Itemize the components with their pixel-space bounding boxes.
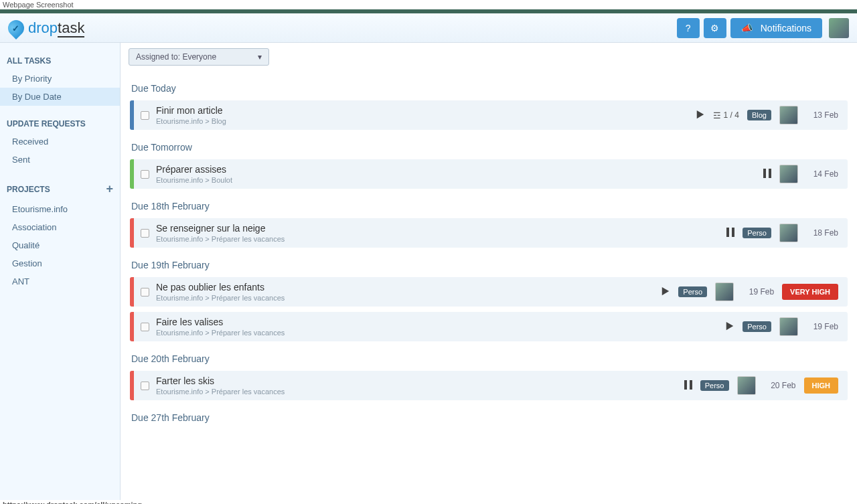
assignee-avatar[interactable] [779, 224, 798, 242]
sidebar-update-item-0[interactable]: Received [0, 133, 120, 151]
assignee-avatar[interactable] [779, 165, 798, 183]
assignee-avatar[interactable] [779, 317, 798, 336]
assignee-avatar[interactable] [737, 376, 756, 395]
svg-rect-1 [763, 169, 766, 178]
sidebar-alltasks-item-1[interactable]: By Due Date [0, 88, 120, 106]
task-checkbox[interactable] [141, 170, 149, 179]
assignee-avatar[interactable] [715, 282, 734, 301]
task-breadcrumb: Etourisme.info > Préparer les vacances [156, 294, 651, 302]
svg-rect-3 [726, 228, 729, 237]
app-logo[interactable]: droptask [8, 19, 84, 37]
pause-icon[interactable] [726, 228, 734, 239]
task-breadcrumb: Etourisme.info > Blog [156, 117, 686, 125]
svg-rect-7 [684, 380, 687, 390]
task-title: Finir mon article [156, 105, 686, 116]
task-row[interactable]: Se renseigner sur la neigeEtourisme.info… [130, 218, 848, 248]
task-breadcrumb: Etourisme.info > Préparer les vacances [156, 388, 675, 396]
droptask-drop-icon [5, 17, 27, 39]
sidebar-project-item-4[interactable]: ANT [0, 272, 120, 290]
task-due-date: 19 Feb [742, 287, 774, 297]
sidebar-project-item-3[interactable]: Gestion [0, 254, 120, 272]
task-due-date: 19 Feb [806, 322, 838, 331]
user-avatar[interactable] [829, 18, 849, 38]
section-head: Due 20th February [131, 353, 848, 364]
gear-icon: ⚙ [710, 23, 719, 33]
task-title: Préparer assises [156, 164, 754, 175]
svg-marker-0 [696, 110, 704, 118]
status-url: https://www.droptask.com/all/upcoming [0, 500, 857, 504]
settings-button[interactable]: ⚙ [704, 18, 726, 38]
screenshot-label: Webpage Screenshot [0, 0, 857, 9]
priority-badge: VERY HIGH [782, 284, 838, 300]
task-checkbox[interactable] [141, 382, 149, 390]
task-breadcrumb: Etourisme.info > Boulot [156, 176, 754, 184]
play-icon[interactable] [696, 110, 705, 121]
svg-rect-2 [769, 169, 771, 178]
task-row[interactable]: Préparer assisesEtourisme.info > Boulot1… [130, 159, 848, 189]
add-project-button[interactable]: + [106, 182, 113, 196]
play-icon[interactable] [661, 286, 670, 298]
logo-text: droptask [28, 19, 84, 37]
task-tag[interactable]: Perso [743, 228, 771, 238]
sidebar: ALL TASKS By PriorityBy Due Date UPDATE … [0, 43, 121, 500]
task-checkbox[interactable] [141, 323, 149, 331]
svg-rect-4 [732, 228, 734, 237]
section-head: Due Tomorrow [131, 142, 848, 153]
filter-label: Assigned to: Everyone [136, 52, 216, 62]
sidebar-project-item-0[interactable]: Etourisme.info [0, 200, 120, 218]
main-content: Assigned to: Everyone ▾ Due TodayFinir m… [121, 43, 857, 500]
svg-rect-8 [690, 380, 692, 390]
task-row[interactable]: Ne pas oublier les enfantsEtourisme.info… [130, 277, 848, 307]
logo-text-light: drop [28, 19, 58, 36]
task-checkbox[interactable] [141, 288, 149, 297]
task-tag[interactable]: Perso [700, 380, 729, 391]
sidebar-project-item-1[interactable]: Association [0, 218, 120, 236]
pause-icon[interactable] [763, 169, 771, 180]
section-head: Due 18th February [131, 201, 848, 212]
section-head: Due 19th February [131, 260, 848, 270]
task-row[interactable]: Farter les skisEtourisme.info > Préparer… [130, 371, 848, 400]
app-header: droptask ? ⚙ 📣 Notifications [0, 13, 857, 43]
task-title: Ne pas oublier les enfants [156, 282, 651, 292]
subtask-count: ☲ 1 / 4 [713, 110, 739, 120]
task-row[interactable]: Faire les valisesEtourisme.info > Prépar… [130, 312, 848, 341]
assigned-filter-dropdown[interactable]: Assigned to: Everyone ▾ [129, 48, 269, 66]
task-tag[interactable]: Perso [678, 286, 707, 297]
task-row[interactable]: Finir mon articleEtourisme.info > Blog☲ … [130, 100, 848, 130]
task-due-date: 20 Feb [764, 381, 796, 390]
sidebar-head-projects: PROJECTS + [0, 178, 120, 200]
section-head: Due Today [131, 83, 848, 94]
svg-marker-5 [662, 286, 670, 295]
task-title: Farter les skis [156, 375, 675, 386]
chevron-down-icon: ▾ [258, 52, 262, 62]
play-icon[interactable] [725, 321, 734, 333]
sidebar-head-all-tasks: ALL TASKS [0, 52, 120, 70]
help-button[interactable]: ? [677, 18, 700, 38]
filter-bar: Assigned to: Everyone ▾ [121, 43, 857, 71]
projects-label: PROJECTS [7, 185, 50, 194]
task-due-date: 14 Feb [806, 169, 838, 179]
assignee-avatar[interactable] [779, 106, 798, 124]
sidebar-project-item-2[interactable]: Qualité [0, 236, 120, 254]
task-breadcrumb: Etourisme.info > Préparer les vacances [156, 329, 716, 337]
task-tag[interactable]: Perso [743, 321, 771, 332]
task-tag[interactable]: Blog [747, 110, 771, 120]
task-breadcrumb: Etourisme.info > Préparer les vacances [156, 235, 717, 243]
svg-marker-6 [726, 321, 734, 329]
sidebar-update-item-1[interactable]: Sent [0, 151, 120, 169]
sidebar-head-updates: UPDATE REQUESTS [0, 115, 120, 133]
task-due-date: 18 Feb [806, 228, 838, 238]
notifications-label: Notifications [761, 23, 811, 33]
task-title: Faire les valises [156, 317, 716, 327]
sidebar-alltasks-item-0[interactable]: By Priority [0, 70, 120, 88]
task-checkbox[interactable] [141, 111, 149, 120]
task-due-date: 13 Feb [806, 110, 838, 120]
task-title: Se renseigner sur la neige [156, 223, 717, 234]
notifications-button[interactable]: 📣 Notifications [730, 18, 822, 38]
task-checkbox[interactable] [141, 229, 149, 238]
priority-badge: HIGH [804, 377, 839, 394]
megaphone-icon: 📣 [741, 23, 753, 33]
pause-icon[interactable] [684, 380, 692, 392]
section-head: Due 27th February [131, 412, 848, 423]
help-icon: ? [686, 23, 691, 33]
